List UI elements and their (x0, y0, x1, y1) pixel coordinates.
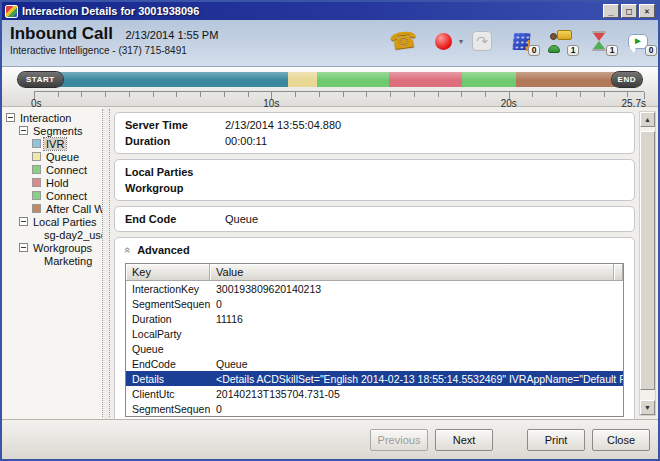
timeline-segment-connect[interactable] (317, 72, 390, 87)
collapse-chevron-icon[interactable]: « (122, 247, 134, 253)
tree-expander-icon[interactable] (19, 217, 28, 226)
title-bar: Interaction Details for 3001938096 _ □ ✕ (2, 2, 658, 20)
scroll-down-button[interactable]: ▼ (640, 400, 655, 415)
cell-value: 0 (210, 403, 623, 415)
ruler-tick (129, 92, 130, 97)
person-body-shape (548, 45, 560, 53)
cell-key: ClientUtc (126, 388, 210, 400)
info-row: Duration00:00:11 (125, 133, 624, 149)
ruler-tick (414, 92, 415, 97)
tree-item-sg-day2-user[interactable]: sg-day2_user (4, 228, 102, 241)
ruler-tick (200, 92, 201, 97)
minimize-button[interactable]: _ (603, 4, 619, 18)
tree-item-hold[interactable]: Hold (4, 176, 102, 189)
maximize-button[interactable]: □ (621, 4, 637, 18)
table-row[interactable]: EndCodeQueue (126, 356, 623, 371)
cell-value: <Details ACDSkillSet="English 2014-02-13… (210, 373, 623, 385)
table-row[interactable]: SegmentSequence0 (126, 401, 623, 416)
tree-expander-icon[interactable] (19, 126, 28, 135)
column-header-key[interactable]: Key (126, 264, 210, 280)
record-dot (435, 33, 452, 50)
badge: 1 (567, 45, 579, 56)
chat-icon[interactable]: ►0 (626, 27, 650, 55)
ruler-tick (627, 92, 628, 97)
tree-item-label: Connect (44, 164, 89, 176)
close-button[interactable]: Close (592, 429, 650, 451)
info-label: Duration (125, 135, 225, 147)
ruler-tick (532, 92, 533, 97)
tree-item-interaction[interactable]: Interaction (4, 111, 102, 124)
key-value-table: Key Value InteractionKey3001938096201402… (125, 263, 624, 417)
info-label: End Code (125, 213, 225, 225)
tree-item-marketing[interactable]: Marketing (4, 254, 102, 267)
previous-button[interactable]: Previous (370, 429, 428, 451)
table-header: Key Value (126, 264, 623, 281)
tree-item-label: IVR (44, 138, 66, 150)
next-button[interactable]: Next (435, 429, 493, 451)
info-value: 00:00:11 (225, 135, 267, 147)
table-row[interactable]: SegmentSequence0 (126, 296, 623, 311)
timeline: START END 0s10s20s25.7s (2, 67, 658, 107)
ruler-tick (153, 92, 154, 97)
timeline-segment-hold[interactable] (389, 72, 462, 87)
table-row[interactable]: LocalParty (126, 326, 623, 341)
close-window-button[interactable]: ✕ (639, 4, 655, 18)
tree-expander-icon[interactable] (19, 243, 28, 252)
info-value: 2/13/2014 13:55:04.880 (225, 119, 341, 131)
table-row[interactable]: Details<Details ACDSkillSet="English 201… (126, 371, 623, 386)
tree-item-connect[interactable]: Connect (4, 163, 102, 176)
cell-value: 300193809620140213 (210, 283, 623, 295)
scroll-up-button[interactable]: ▲ (640, 112, 655, 127)
tree-item-workgroups[interactable]: Workgroups (4, 241, 102, 254)
details-pane: Server Time2/13/2014 13:55:04.880Duratio… (110, 107, 639, 419)
details-scrollbar[interactable]: ▲ ▼ (639, 111, 656, 416)
info-value: Queue (225, 213, 258, 225)
print-button[interactable]: Print (527, 429, 585, 451)
timeline-segment-queue[interactable] (288, 72, 317, 87)
cell-value: 11116 (210, 313, 623, 325)
interaction-tree: InteractionSegmentsIVRQueueConnectHoldCo… (2, 107, 102, 419)
info-panel-2: Local PartiesWorkgroup (114, 159, 635, 201)
scrollbar-thumb[interactable] (640, 131, 655, 390)
tree-item-local-parties[interactable]: Local Parties (4, 215, 102, 228)
table-row[interactable]: ClientUtc20140213T135704.731-05 (126, 386, 623, 401)
timeline-bar: START END (18, 72, 642, 87)
tree-expander-icon[interactable] (6, 113, 15, 122)
tree-item-connect[interactable]: Connect (4, 189, 102, 202)
tree-item-after-call-work[interactable]: After Call Work (4, 202, 102, 215)
ruler-tick (556, 92, 557, 97)
dropdown-arrow-icon[interactable]: ▾ (459, 37, 463, 46)
table-row[interactable]: Queue (126, 341, 623, 356)
agent-icon[interactable]: 1 (548, 27, 572, 55)
tree-item-queue[interactable]: Queue (4, 150, 102, 163)
timeline-ruler (34, 91, 644, 98)
tree-splitter[interactable] (102, 109, 110, 417)
table-row[interactable]: InteractionKey300193809620140213 (126, 281, 623, 296)
column-header-value[interactable]: Value (210, 264, 614, 280)
info-row: Local Parties (125, 164, 624, 180)
tree-item-label: Hold (44, 177, 71, 189)
ruler-tick (248, 92, 249, 97)
advanced-title: Advanced (137, 244, 190, 256)
info-panel-3: End CodeQueue (114, 206, 635, 232)
app-icon (5, 5, 18, 18)
tree-item-label: sg-day2_user (42, 229, 102, 241)
timeline-segment-connect[interactable] (462, 72, 515, 87)
tree-item-label: Marketing (42, 255, 94, 267)
call-header: Inbound Call 2/13/2014 1:55 PM Interacti… (2, 20, 658, 67)
tree-item-ivr[interactable]: IVR (4, 137, 102, 150)
record-icon[interactable]: ▾ (431, 27, 455, 55)
tree-item-segments[interactable]: Segments (4, 124, 102, 137)
timeline-segments (18, 72, 642, 87)
info-panel-1: Server Time2/13/2014 13:55:04.880Duratio… (114, 112, 635, 154)
call-icon[interactable]: ☎ (392, 27, 416, 55)
table-body: InteractionKey300193809620140213SegmentS… (126, 281, 623, 416)
ruler-tick (485, 92, 486, 97)
scrollbar-track[interactable] (640, 127, 655, 400)
tree-item-label: Interaction (18, 112, 73, 124)
cell-key: SegmentSequence (126, 298, 210, 310)
wrapup-hourglass-icon[interactable]: 1 (587, 27, 611, 55)
dialpad-icon[interactable]: 0 (509, 27, 533, 55)
info-row: Workgroup (125, 180, 624, 196)
table-row[interactable]: Duration11116 (126, 311, 623, 326)
